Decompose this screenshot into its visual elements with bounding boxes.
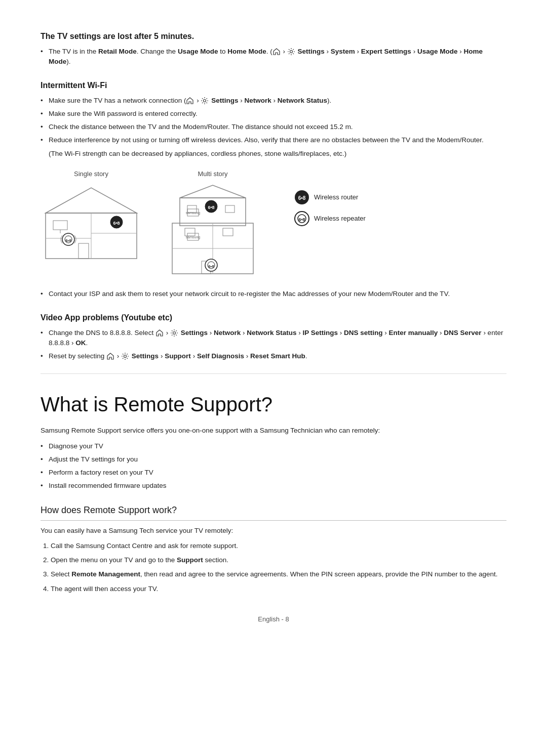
wifi-bullet-1: Make sure the TV has a network connectio… [41,96,506,106]
remote-support-heading: What is Remote Support? [41,389,506,419]
nav-sep2: › [357,48,360,55]
svg-text:6•8: 6•8 [298,217,305,222]
retail-mode-text: Retail Mode [98,48,137,55]
remote-step-3: Select Remote Management, then read and … [51,569,506,579]
how-remote-support-steps: Call the Samsung Contact Centre and ask … [41,541,506,594]
remote-support-item-3: Perform a factory reset on your TV [41,468,506,478]
svg-point-41 [124,355,127,358]
nav-ip-settings: IP Settings [303,329,338,337]
svg-text:samsung: samsung [186,211,201,215]
nav-reset-smarthub: Reset Smart Hub [250,352,305,360]
svg-point-0 [290,51,292,53]
tv-settings-bullet-text: The TV is in the Retail Mode. Change the… [49,48,483,65]
svg-marker-17 [180,185,246,198]
multi-story-label: Multi story [198,169,227,179]
svg-text:6•8: 6•8 [298,195,306,201]
nav-settings-reset: Settings [132,352,159,360]
remote-step-4: The agent will then access your TV. [51,584,506,594]
remote-support-item-2: Adjust the TV settings for you [41,454,506,465]
video-app-heading: Video App problems (Youtube etc) [41,312,506,324]
footer-text: English - 8 [258,615,289,623]
svg-text:6•8: 6•8 [65,238,71,243]
nav-dns-setting: DNS setting [344,329,383,337]
tv-settings-lost-section: The TV settings are lost after 5 minutes… [41,30,506,67]
nav-sep1: › [327,48,329,55]
home-icon [272,48,281,56]
video-app-bullets: Change the DNS to 8.8.8.8. Select › Sett… [41,328,506,362]
svg-rect-22 [185,228,195,236]
wifi-bullet-2: Make sure the Wifi password is entered c… [41,109,506,119]
settings-icon-reset [121,352,129,360]
single-story-svg: 6•8 6•8 [41,183,142,264]
nav-settings: Settings [297,48,324,55]
multi-story-svg: 6•8 samsung samsung 6•8 [157,183,268,279]
nav-selfdiag-reset: Self Diagnosis [197,352,244,360]
wifi-note: (The Wi-Fi strength can be decreased by … [49,149,506,159]
nav-usage-mode: Usage Mode [417,48,458,55]
svg-point-40 [173,331,175,334]
remote-support-item-1: Diagnose your TV [41,441,506,451]
remote-step-1: Call the Samsung Contact Centre and ask … [51,541,506,551]
how-remote-support-section: How does Remote Support work? You can ea… [41,503,506,594]
video-app-bullet-2: Reset by selecting › Settings › Support … [41,351,506,361]
usage-mode-text: Usage Mode [178,48,218,55]
settings-icon [287,48,295,56]
nav-arrow-wifi1: › [197,97,199,104]
video-app-bullet-1: Change the DNS to 8.8.8.8. Select › Sett… [41,328,506,349]
svg-point-1 [204,99,206,102]
home-mode-text: Home Mode [227,48,266,55]
nav-support-reset: Support [165,352,191,360]
home-icon-reset [106,352,114,360]
legend-repeater: 6•8 Wireless repeater [294,211,366,227]
tv-settings-lost-heading: The TV settings are lost after 5 minutes… [41,30,506,43]
remote-support-intro: Samsung Remote Support service offers yo… [41,426,506,436]
section-divider [41,373,506,374]
support-bold: Support [177,556,203,564]
repeater-legend-icon: 6•8 [294,211,310,227]
wifi-contact-bullet: Contact your ISP and ask them to reset y… [41,289,506,299]
settings-icon-dns [170,329,178,337]
svg-marker-3 [46,188,137,213]
svg-rect-23 [223,228,233,236]
remote-support-bullets: Diagnose your TV Adjust the TV settings … [41,441,506,491]
nav-sep4: › [459,48,462,55]
settings-icon-wifi1 [201,97,209,105]
nav-ok: OK [75,339,86,347]
remote-support-item-4: Install recommended firmware updates [41,481,506,491]
svg-rect-8 [53,221,67,230]
svg-text:6•8: 6•8 [208,205,214,210]
nav-settings-dns: Settings [181,329,208,337]
nav-expert: Expert Settings [361,48,411,55]
nav-network-dns: Network [214,329,241,337]
nav-network-status-wifi1: Network Status [278,97,327,104]
router-legend-label: Wireless router [314,192,358,202]
nav-settings-wifi1: Settings [211,97,238,104]
svg-rect-7 [79,243,89,259]
tv-settings-lost-list: The TV is in the Retail Mode. Change the… [41,47,506,67]
single-story-diagram: Single story 6•8 [41,169,142,264]
wifi-contact-item: Contact your ISP and ask them to reset y… [41,289,506,299]
home-icon-dns [155,329,164,337]
wifi-bullet-3: Check the distance between the TV and th… [41,122,506,132]
how-remote-support-intro: You can easily have a Samsung Tech servi… [41,526,506,536]
svg-text:6•8: 6•8 [208,264,214,269]
single-story-label: Single story [74,169,108,179]
intermittent-wifi-section: Intermittent Wi-Fi Make sure the TV has … [41,79,506,300]
wifi-bullet-4: Reduce interference by not using or turn… [41,135,506,145]
diagram-row: Single story 6•8 [41,169,506,279]
page-footer: English - 8 [41,614,506,624]
diagram-legend: 6•8 Wireless router 6•8 Wireless repeate… [294,189,366,227]
dns-arrow: › [166,329,169,337]
remote-support-section: What is Remote Support? Samsung Remote S… [41,389,506,491]
legend-router: 6•8 Wireless router [294,189,366,205]
svg-text:6•8: 6•8 [113,221,120,226]
nav-network-wifi1: Network [244,97,271,104]
remote-step-2: Open the menu on your TV and go to the S… [51,555,506,565]
nav-arrow: › [283,48,285,55]
router-legend-icon: 6•8 [294,189,310,205]
repeater-legend-label: Wireless repeater [314,214,366,224]
tv-settings-lost-item: The TV is in the Retail Mode. Change the… [41,47,506,67]
nav-sep3: › [413,48,416,55]
svg-text:samsung: samsung [186,235,201,239]
how-remote-support-heading: How does Remote Support work? [41,503,506,521]
